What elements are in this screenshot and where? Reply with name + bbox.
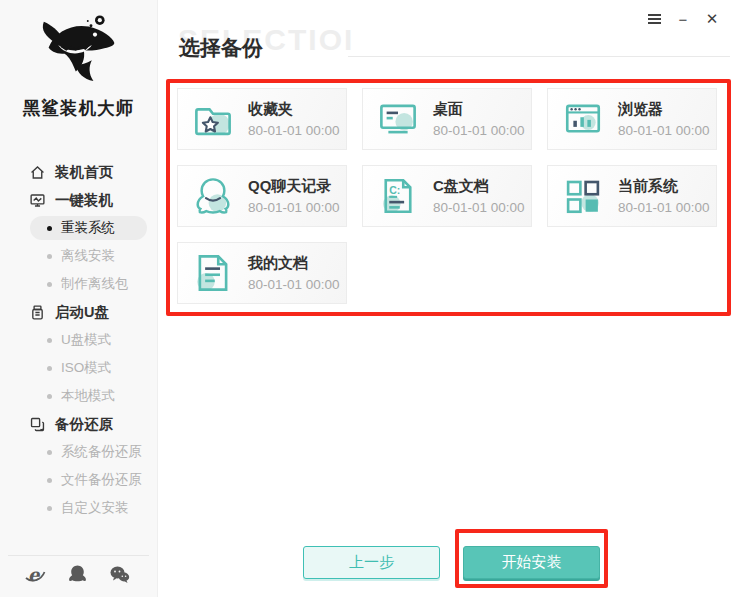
page-title: 选择备份	[179, 34, 263, 62]
minimize-icon[interactable]: −	[675, 11, 691, 27]
card-title: 我的文档	[248, 254, 340, 273]
card-date: 80-01-01 00:00	[618, 123, 710, 138]
bullet-icon	[47, 282, 52, 287]
card-qq-chat-history[interactable]: QQ聊天记录 80-01-01 00:00	[177, 165, 347, 227]
window-controls: − ✕	[646, 11, 720, 27]
wechat-icon[interactable]	[109, 564, 133, 588]
title-divider	[348, 56, 730, 57]
app-name: 黑鲨装机大师	[0, 96, 157, 120]
bullet-icon	[47, 394, 52, 399]
card-desktop[interactable]: 桌面 80-01-01 00:00	[362, 88, 532, 150]
bullet-icon	[47, 254, 52, 259]
sidebar-item-file-backup-restore[interactable]: 文件备份还原	[0, 466, 157, 494]
sidebar-item-one-key-install[interactable]: 一键装机	[0, 186, 157, 214]
card-title: C盘文档	[433, 177, 525, 196]
card-date: 80-01-01 00:00	[248, 277, 340, 292]
card-date: 80-01-01 00:00	[433, 200, 525, 215]
start-install-button[interactable]: 开始安装	[463, 546, 600, 579]
backup-cards-grid: 收藏夹 80-01-01 00:00 桌面 80-01-01 00:00	[177, 88, 717, 304]
sidebar-footer: e	[0, 564, 157, 588]
main-panel: − ✕ SELECTIOI 选择备份 收藏夹 80-01-01 00:00	[158, 0, 736, 597]
qq-penguin-icon	[192, 175, 234, 217]
my-documents-icon	[192, 252, 234, 294]
svg-text:C:: C:	[389, 184, 400, 196]
sidebar-item-offline-install[interactable]: 离线安装	[0, 242, 157, 270]
usb-drive-icon	[29, 304, 46, 321]
sidebar-item-install-home[interactable]: 装机首页	[0, 158, 157, 186]
sidebar-item-local-mode[interactable]: 本地模式	[0, 382, 157, 410]
card-title: 当前系统	[618, 177, 710, 196]
home-icon	[29, 164, 46, 181]
current-system-icon	[562, 175, 604, 217]
previous-step-button[interactable]: 上一步	[303, 546, 440, 579]
svg-text:e: e	[28, 564, 41, 585]
qq-icon[interactable]	[67, 564, 91, 588]
card-c-drive-docs[interactable]: C: C盘文档 80-01-01 00:00	[362, 165, 532, 227]
browser-icon	[562, 98, 604, 140]
c-drive-doc-icon: C:	[377, 175, 419, 217]
sidebar-item-backup-restore[interactable]: 备份还原	[0, 410, 157, 438]
close-icon[interactable]: ✕	[704, 11, 720, 27]
sidebar-item-iso-mode[interactable]: ISO模式	[0, 354, 157, 382]
sidebar-item-reinstall-system[interactable]: 重装系统	[0, 214, 157, 242]
bullet-icon	[47, 506, 52, 511]
sidebar-item-custom-install[interactable]: 自定义安装	[0, 494, 157, 522]
card-my-documents[interactable]: 我的文档 80-01-01 00:00	[177, 242, 347, 304]
card-date: 80-01-01 00:00	[433, 123, 525, 138]
sidebar-footer-divider	[8, 555, 149, 556]
card-date: 80-01-01 00:00	[248, 123, 340, 138]
ie-browser-icon[interactable]: e	[24, 564, 48, 588]
card-date: 80-01-01 00:00	[248, 200, 340, 215]
bullet-icon	[47, 226, 52, 231]
sidebar-menu: 装机首页 一键装机 重装系统 离线安装 制作离线包	[0, 158, 157, 522]
sidebar-item-usb-mode[interactable]: U盘模式	[0, 326, 157, 354]
card-browser[interactable]: 浏览器 80-01-01 00:00	[547, 88, 717, 150]
card-favorites[interactable]: 收藏夹 80-01-01 00:00	[177, 88, 347, 150]
one-key-install-icon	[29, 192, 46, 209]
card-title: 桌面	[433, 100, 525, 119]
folder-star-icon	[192, 98, 234, 140]
sidebar-item-make-offline-pack[interactable]: 制作离线包	[0, 270, 157, 298]
sidebar: 黑鲨装机大师 装机首页 一键装机 重装系统	[0, 0, 158, 597]
card-title: 浏览器	[618, 100, 710, 119]
sidebar-item-boot-usb[interactable]: 启动U盘	[0, 298, 157, 326]
desktop-icon	[377, 98, 419, 140]
card-date: 80-01-01 00:00	[618, 200, 710, 215]
card-title: QQ聊天记录	[248, 177, 340, 196]
backup-restore-icon	[29, 416, 46, 433]
menu-icon[interactable]	[646, 11, 662, 27]
bullet-icon	[47, 450, 52, 455]
card-current-system[interactable]: 当前系统 80-01-01 00:00	[547, 165, 717, 227]
bullet-icon	[47, 338, 52, 343]
shark-logo-icon	[31, 8, 127, 90]
card-title: 收藏夹	[248, 100, 340, 119]
bullet-icon	[47, 366, 52, 371]
sidebar-item-system-backup-restore[interactable]: 系统备份还原	[0, 438, 157, 466]
bullet-icon	[47, 478, 52, 483]
app-logo	[0, 0, 157, 94]
